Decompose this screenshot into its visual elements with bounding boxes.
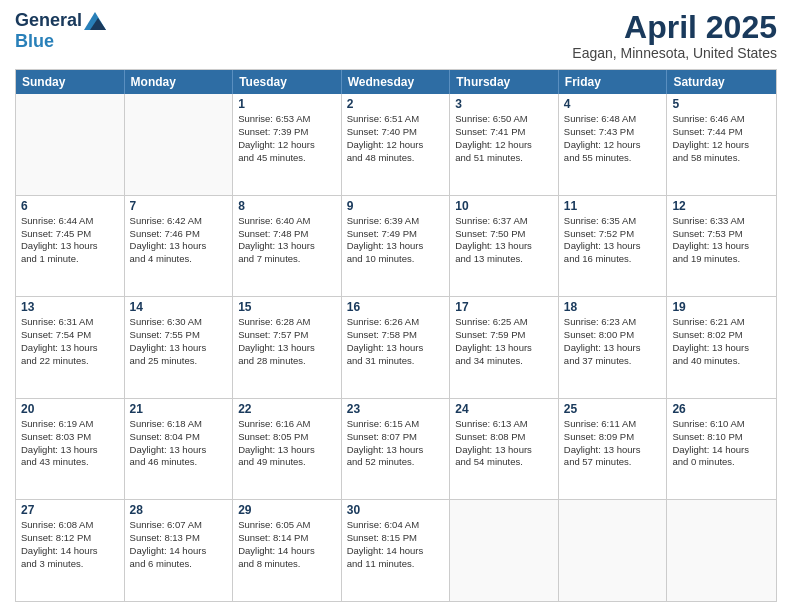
calendar-day-18: 18Sunrise: 6:23 AM Sunset: 8:00 PM Dayli… xyxy=(559,297,668,398)
calendar-day-12: 12Sunrise: 6:33 AM Sunset: 7:53 PM Dayli… xyxy=(667,196,776,297)
calendar-day-7: 7Sunrise: 6:42 AM Sunset: 7:46 PM Daylig… xyxy=(125,196,234,297)
day-number: 13 xyxy=(21,300,119,314)
logo-blue-text: Blue xyxy=(15,31,54,51)
calendar: SundayMondayTuesdayWednesdayThursdayFrid… xyxy=(15,69,777,602)
calendar-header: SundayMondayTuesdayWednesdayThursdayFrid… xyxy=(16,70,776,94)
calendar-day-30: 30Sunrise: 6:04 AM Sunset: 8:15 PM Dayli… xyxy=(342,500,451,601)
calendar-day-8: 8Sunrise: 6:40 AM Sunset: 7:48 PM Daylig… xyxy=(233,196,342,297)
calendar-day-28: 28Sunrise: 6:07 AM Sunset: 8:13 PM Dayli… xyxy=(125,500,234,601)
day-number: 26 xyxy=(672,402,771,416)
calendar-day-20: 20Sunrise: 6:19 AM Sunset: 8:03 PM Dayli… xyxy=(16,399,125,500)
calendar-day-4: 4Sunrise: 6:48 AM Sunset: 7:43 PM Daylig… xyxy=(559,94,668,195)
calendar-day-25: 25Sunrise: 6:11 AM Sunset: 8:09 PM Dayli… xyxy=(559,399,668,500)
calendar-day-21: 21Sunrise: 6:18 AM Sunset: 8:04 PM Dayli… xyxy=(125,399,234,500)
header-day-friday: Friday xyxy=(559,70,668,94)
day-number: 22 xyxy=(238,402,336,416)
header-day-sunday: Sunday xyxy=(16,70,125,94)
calendar-day-29: 29Sunrise: 6:05 AM Sunset: 8:14 PM Dayli… xyxy=(233,500,342,601)
day-number: 24 xyxy=(455,402,553,416)
day-number: 25 xyxy=(564,402,662,416)
calendar-empty-cell xyxy=(450,500,559,601)
day-number: 3 xyxy=(455,97,553,111)
page-header: General Blue April 2025 Eagan, Minnesota… xyxy=(15,10,777,61)
day-number: 20 xyxy=(21,402,119,416)
calendar-body: 1Sunrise: 6:53 AM Sunset: 7:39 PM Daylig… xyxy=(16,94,776,601)
calendar-day-17: 17Sunrise: 6:25 AM Sunset: 7:59 PM Dayli… xyxy=(450,297,559,398)
day-number: 5 xyxy=(672,97,771,111)
day-number: 27 xyxy=(21,503,119,517)
calendar-empty-cell xyxy=(559,500,668,601)
title-block: April 2025 Eagan, Minnesota, United Stat… xyxy=(572,10,777,61)
month-title: April 2025 xyxy=(572,10,777,45)
calendar-day-11: 11Sunrise: 6:35 AM Sunset: 7:52 PM Dayli… xyxy=(559,196,668,297)
day-number: 15 xyxy=(238,300,336,314)
day-number: 2 xyxy=(347,97,445,111)
day-content: Sunrise: 6:51 AM Sunset: 7:40 PM Dayligh… xyxy=(347,113,445,164)
header-day-saturday: Saturday xyxy=(667,70,776,94)
calendar-day-10: 10Sunrise: 6:37 AM Sunset: 7:50 PM Dayli… xyxy=(450,196,559,297)
calendar-day-2: 2Sunrise: 6:51 AM Sunset: 7:40 PM Daylig… xyxy=(342,94,451,195)
calendar-day-1: 1Sunrise: 6:53 AM Sunset: 7:39 PM Daylig… xyxy=(233,94,342,195)
day-number: 30 xyxy=(347,503,445,517)
calendar-day-9: 9Sunrise: 6:39 AM Sunset: 7:49 PM Daylig… xyxy=(342,196,451,297)
day-content: Sunrise: 6:30 AM Sunset: 7:55 PM Dayligh… xyxy=(130,316,228,367)
day-content: Sunrise: 6:44 AM Sunset: 7:45 PM Dayligh… xyxy=(21,215,119,266)
calendar-day-26: 26Sunrise: 6:10 AM Sunset: 8:10 PM Dayli… xyxy=(667,399,776,500)
calendar-day-6: 6Sunrise: 6:44 AM Sunset: 7:45 PM Daylig… xyxy=(16,196,125,297)
day-content: Sunrise: 6:11 AM Sunset: 8:09 PM Dayligh… xyxy=(564,418,662,469)
calendar-empty-cell xyxy=(125,94,234,195)
day-content: Sunrise: 6:16 AM Sunset: 8:05 PM Dayligh… xyxy=(238,418,336,469)
day-content: Sunrise: 6:39 AM Sunset: 7:49 PM Dayligh… xyxy=(347,215,445,266)
day-number: 28 xyxy=(130,503,228,517)
calendar-week-4: 20Sunrise: 6:19 AM Sunset: 8:03 PM Dayli… xyxy=(16,399,776,501)
day-number: 7 xyxy=(130,199,228,213)
day-number: 4 xyxy=(564,97,662,111)
day-content: Sunrise: 6:26 AM Sunset: 7:58 PM Dayligh… xyxy=(347,316,445,367)
day-number: 1 xyxy=(238,97,336,111)
day-content: Sunrise: 6:28 AM Sunset: 7:57 PM Dayligh… xyxy=(238,316,336,367)
calendar-day-14: 14Sunrise: 6:30 AM Sunset: 7:55 PM Dayli… xyxy=(125,297,234,398)
calendar-day-19: 19Sunrise: 6:21 AM Sunset: 8:02 PM Dayli… xyxy=(667,297,776,398)
header-day-monday: Monday xyxy=(125,70,234,94)
day-content: Sunrise: 6:10 AM Sunset: 8:10 PM Dayligh… xyxy=(672,418,771,469)
calendar-week-2: 6Sunrise: 6:44 AM Sunset: 7:45 PM Daylig… xyxy=(16,196,776,298)
day-content: Sunrise: 6:50 AM Sunset: 7:41 PM Dayligh… xyxy=(455,113,553,164)
day-content: Sunrise: 6:07 AM Sunset: 8:13 PM Dayligh… xyxy=(130,519,228,570)
header-day-tuesday: Tuesday xyxy=(233,70,342,94)
day-number: 11 xyxy=(564,199,662,213)
day-number: 16 xyxy=(347,300,445,314)
day-content: Sunrise: 6:05 AM Sunset: 8:14 PM Dayligh… xyxy=(238,519,336,570)
calendar-day-16: 16Sunrise: 6:26 AM Sunset: 7:58 PM Dayli… xyxy=(342,297,451,398)
day-content: Sunrise: 6:33 AM Sunset: 7:53 PM Dayligh… xyxy=(672,215,771,266)
day-content: Sunrise: 6:37 AM Sunset: 7:50 PM Dayligh… xyxy=(455,215,553,266)
day-content: Sunrise: 6:15 AM Sunset: 8:07 PM Dayligh… xyxy=(347,418,445,469)
calendar-day-5: 5Sunrise: 6:46 AM Sunset: 7:44 PM Daylig… xyxy=(667,94,776,195)
calendar-day-23: 23Sunrise: 6:15 AM Sunset: 8:07 PM Dayli… xyxy=(342,399,451,500)
day-content: Sunrise: 6:48 AM Sunset: 7:43 PM Dayligh… xyxy=(564,113,662,164)
day-content: Sunrise: 6:42 AM Sunset: 7:46 PM Dayligh… xyxy=(130,215,228,266)
header-day-wednesday: Wednesday xyxy=(342,70,451,94)
day-content: Sunrise: 6:53 AM Sunset: 7:39 PM Dayligh… xyxy=(238,113,336,164)
logo-icon xyxy=(84,12,106,30)
calendar-empty-cell xyxy=(16,94,125,195)
day-content: Sunrise: 6:31 AM Sunset: 7:54 PM Dayligh… xyxy=(21,316,119,367)
day-content: Sunrise: 6:35 AM Sunset: 7:52 PM Dayligh… xyxy=(564,215,662,266)
calendar-day-13: 13Sunrise: 6:31 AM Sunset: 7:54 PM Dayli… xyxy=(16,297,125,398)
day-number: 9 xyxy=(347,199,445,213)
calendar-day-24: 24Sunrise: 6:13 AM Sunset: 8:08 PM Dayli… xyxy=(450,399,559,500)
logo: General Blue xyxy=(15,10,106,52)
calendar-day-27: 27Sunrise: 6:08 AM Sunset: 8:12 PM Dayli… xyxy=(16,500,125,601)
day-number: 8 xyxy=(238,199,336,213)
calendar-day-3: 3Sunrise: 6:50 AM Sunset: 7:41 PM Daylig… xyxy=(450,94,559,195)
day-number: 12 xyxy=(672,199,771,213)
day-number: 19 xyxy=(672,300,771,314)
header-day-thursday: Thursday xyxy=(450,70,559,94)
calendar-day-22: 22Sunrise: 6:16 AM Sunset: 8:05 PM Dayli… xyxy=(233,399,342,500)
day-content: Sunrise: 6:04 AM Sunset: 8:15 PM Dayligh… xyxy=(347,519,445,570)
day-number: 18 xyxy=(564,300,662,314)
location-text: Eagan, Minnesota, United States xyxy=(572,45,777,61)
day-number: 6 xyxy=(21,199,119,213)
day-content: Sunrise: 6:08 AM Sunset: 8:12 PM Dayligh… xyxy=(21,519,119,570)
day-content: Sunrise: 6:19 AM Sunset: 8:03 PM Dayligh… xyxy=(21,418,119,469)
day-number: 10 xyxy=(455,199,553,213)
